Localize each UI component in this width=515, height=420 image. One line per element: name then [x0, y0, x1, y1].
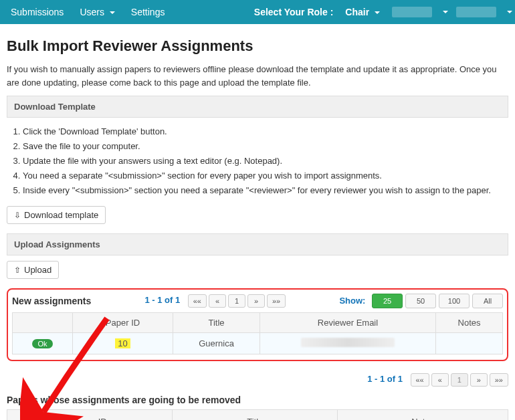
step-item: Inside every "<submission>" section you … [23, 183, 508, 198]
bottom-pager-row: 1 - 1 of 1 «« « 1 » »» [7, 373, 508, 387]
upload-icon [14, 265, 21, 275]
cell-notes [436, 333, 503, 354]
col-status [13, 313, 73, 333]
pager-prev[interactable]: « [209, 294, 226, 308]
pager-top: «« « 1 » »» [188, 294, 286, 308]
nav-label: Submissions [11, 7, 64, 17]
pager-next[interactable]: » [247, 294, 265, 308]
navbar: Submissions Users Settings Select Your R… [0, 0, 515, 24]
button-label: Download template [24, 210, 98, 220]
show-option-all[interactable]: All [472, 294, 503, 308]
cell-status: Ok [13, 333, 73, 354]
new-assignments-panel: New assignments 1 - 1 of 1 «« « 1 » »» S… [7, 288, 508, 361]
cell-reviewer-email [260, 333, 436, 354]
remove-table: Paper ID Title Notes [7, 409, 508, 420]
col-paper-id: Paper ID [7, 410, 173, 420]
paging-center: 1 - 1 of 1 «« « 1 » »» [91, 294, 339, 308]
show-option-50[interactable]: 50 [405, 294, 436, 308]
step-item: Update the file with your answers using … [23, 154, 508, 169]
user-menu-1[interactable] [392, 7, 432, 17]
col-notes: Notes [436, 313, 503, 333]
redacted-email [301, 338, 395, 347]
role-label: Select Your Role : [250, 1, 338, 23]
nav-submissions[interactable]: Submissions [3, 1, 72, 23]
pager-last[interactable]: »» [267, 294, 286, 308]
upload-button[interactable]: Upload [7, 261, 59, 279]
table-row: Ok 10 Guernica [13, 333, 503, 354]
pager-page[interactable]: 1 [228, 294, 245, 308]
new-assignments-table: Paper ID Title Reviewer Email Notes Ok 1… [12, 312, 503, 354]
nav-label: Settings [131, 7, 165, 17]
show-controls: Show: 25 50 100 All [339, 294, 503, 308]
upload-panel-heading: Upload Assignments [7, 233, 508, 255]
page-info: 1 - 1 of 1 [144, 296, 180, 306]
download-panel-heading: Download Template [7, 96, 508, 118]
step-item: Save the file to your computer. [23, 139, 508, 154]
step-item: Click the 'Download Template' button. [23, 124, 508, 139]
page-intro: If you wish to manually assign papers to… [7, 63, 508, 89]
pager-first[interactable]: «« [188, 294, 207, 308]
caret-icon [110, 11, 115, 14]
caret-icon [375, 11, 380, 14]
nav-settings[interactable]: Settings [123, 1, 173, 23]
pager-page[interactable]: 1 [451, 373, 468, 387]
caret-icon [443, 11, 448, 13]
show-option-100[interactable]: 100 [439, 294, 470, 308]
nav-users[interactable]: Users [72, 1, 122, 23]
pager-last[interactable]: »» [490, 373, 508, 387]
col-title: Title [173, 313, 260, 333]
pager-prev[interactable]: « [431, 373, 449, 387]
remove-section-heading: Papers whose assignments are going to be… [7, 395, 508, 405]
step-item: You need a separate "<submission>" secti… [23, 169, 508, 183]
download-steps: Click the 'Download Template' button. Sa… [7, 124, 508, 198]
pager-bottom: «« « 1 » »» [411, 373, 509, 387]
col-reviewer-email: Reviewer Email [260, 313, 436, 333]
nav-right: Select Your Role : Chair [250, 1, 512, 23]
status-ok-badge: Ok [32, 339, 52, 348]
col-notes: Notes [338, 410, 508, 420]
page-body: Bulk Import Reviewer Assignments If you … [0, 24, 515, 420]
pager-next[interactable]: » [470, 373, 488, 387]
page-title: Bulk Import Reviewer Assignments [7, 37, 508, 55]
user-menu-2[interactable] [456, 7, 496, 17]
button-label: Upload [24, 265, 51, 275]
caret-icon [507, 11, 512, 13]
download-template-button[interactable]: Download template [7, 206, 106, 224]
col-title: Title [173, 410, 338, 420]
cell-title: Guernica [173, 333, 260, 354]
role-value: Chair [345, 7, 369, 17]
new-assignments-heading: New assignments [12, 296, 91, 306]
download-icon [14, 210, 21, 220]
pager-first[interactable]: «« [411, 373, 429, 387]
nav-left: Submissions Users Settings [3, 1, 173, 23]
role-select[interactable]: Chair [341, 1, 384, 23]
show-label: Show: [339, 296, 365, 306]
show-option-25[interactable]: 25 [372, 294, 403, 308]
page-info-bottom: 1 - 1 of 1 [367, 375, 403, 385]
col-paper-id: Paper ID [73, 313, 173, 333]
nav-label: Users [80, 7, 104, 17]
paper-id-highlight: 10 [115, 338, 130, 348]
cell-paper-id: 10 [73, 333, 173, 354]
